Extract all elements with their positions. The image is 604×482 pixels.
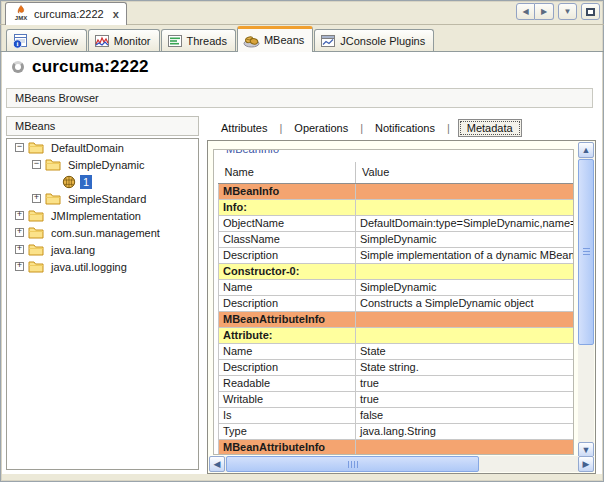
cell-value: SimpleDynamic	[356, 231, 574, 247]
tree-node-label: SimpleDynamic	[65, 158, 147, 172]
table-row[interactable]: Isfalse	[219, 407, 574, 423]
table-row[interactable]: Constructor-0:	[219, 263, 574, 279]
table-row[interactable]: DescriptionState string.	[219, 359, 574, 375]
tree-node-com-sun-management[interactable]: +com.sun.management	[7, 224, 198, 241]
tab-label: MBeans	[264, 34, 304, 46]
svg-text:i: i	[17, 40, 19, 48]
tab-jconsole-plugins[interactable]: JConsole Plugins	[314, 29, 434, 51]
tab-threads[interactable]: Threads	[161, 29, 236, 51]
cell-name: Readable	[219, 375, 356, 391]
table-row[interactable]: MBeanAttributeInfo	[219, 439, 574, 455]
tree-node-java-util-logging[interactable]: +java.util.logging	[7, 258, 198, 275]
tab-overview[interactable]: iOverview	[6, 29, 87, 51]
tab-separator: |	[360, 122, 363, 134]
forward-arrow-icon: ▶	[541, 7, 547, 16]
scroll-left-icon[interactable]: ◀	[209, 456, 225, 472]
mbeans-browser-label: MBeans Browser	[6, 88, 593, 108]
tree-node-jmimplementation[interactable]: +JMImplementation	[7, 207, 198, 224]
scroll-right-icon[interactable]: ▶	[578, 456, 594, 472]
expand-toggle-icon[interactable]: +	[15, 245, 24, 254]
jconsole-window: JMX curcuma:2222 x ◀▶▼ iOverviewMonitorT…	[0, 0, 604, 482]
page-title: curcuma:2222	[32, 57, 149, 77]
column-header-value[interactable]: Value	[356, 162, 574, 183]
detail-tab-attributes[interactable]: Attributes	[217, 120, 271, 136]
thumb-grip	[583, 248, 590, 257]
cell-name: Attribute:	[219, 327, 356, 343]
expand-toggle-icon[interactable]: +	[15, 228, 24, 237]
table-row[interactable]: NameSimpleDynamic	[219, 279, 574, 295]
table-row[interactable]: Writabletrue	[219, 391, 574, 407]
tree-node-label: SimpleStandard	[65, 192, 149, 206]
connection-tab-label: curcuma:2222	[34, 8, 104, 20]
table-row[interactable]: MBeanAttributeInfo	[219, 311, 574, 327]
vertical-scrollbar[interactable]: ▲ ▼	[578, 142, 594, 458]
cell-value: true	[356, 391, 574, 407]
expand-toggle-icon[interactable]: +	[15, 262, 24, 271]
groupbox-title: MBeanInfo	[222, 149, 283, 155]
menu-dropdown-button[interactable]: ▼	[558, 3, 577, 20]
table-row[interactable]: Attribute:	[219, 327, 574, 343]
plugins-icon	[320, 33, 336, 49]
table-row[interactable]: NameState	[219, 343, 574, 359]
table-row[interactable]: Info:	[219, 199, 574, 215]
collapse-toggle-icon[interactable]: −	[15, 143, 24, 152]
detail-tab-notifications[interactable]: Notifications	[371, 120, 439, 136]
scroll-up-icon[interactable]: ▲	[578, 142, 594, 158]
table-row[interactable]: ClassNameSimpleDynamic	[219, 231, 574, 247]
expand-toggle-icon[interactable]: +	[32, 194, 41, 203]
horizontal-scroll-thumb[interactable]	[226, 456, 479, 472]
tree-node-1[interactable]: 1	[7, 173, 198, 190]
forward-arrow-button[interactable]: ▶	[535, 3, 554, 20]
mbean-icon	[62, 175, 76, 189]
close-tab-icon[interactable]: x	[113, 8, 119, 20]
expand-toggle-icon[interactable]: +	[15, 211, 24, 220]
cell-name: Writable	[219, 391, 356, 407]
table-row[interactable]: ObjectNameDefaultDomain:type=SimpleDynam…	[219, 215, 574, 231]
metadata-table: Name Value MBeanInfoInfo:ObjectNameDefau…	[218, 162, 574, 455]
mbeans-icon	[243, 32, 260, 48]
tab-mbeans[interactable]: MBeans	[237, 26, 313, 52]
column-header-name[interactable]: Name	[219, 162, 356, 183]
detail-tab-metadata[interactable]: Metadata	[458, 119, 522, 137]
mbeans-tree: −DefaultDomain−SimpleDynamic1+SimpleStan…	[6, 138, 199, 470]
back-arrow-button[interactable]: ◀	[516, 3, 535, 20]
table-row[interactable]: MBeanInfo	[219, 183, 574, 199]
tab-monitor[interactable]: Monitor	[88, 29, 160, 51]
detail-tab-bar: Attributes|Operations|Notifications|Meta…	[207, 116, 596, 139]
cell-value	[356, 263, 574, 279]
table-row[interactable]: Readabletrue	[219, 375, 574, 391]
tree-node-simpledynamic[interactable]: −SimpleDynamic	[7, 156, 198, 173]
window-controls: ◀▶▼	[516, 3, 600, 20]
cell-name: Constructor-0:	[219, 263, 356, 279]
thumb-grip	[348, 461, 359, 468]
tab-label: Threads	[187, 35, 227, 47]
monitor-icon	[94, 33, 110, 49]
back-arrow-icon: ◀	[522, 7, 528, 16]
cell-value	[356, 327, 574, 343]
connection-status-spinner-icon	[12, 61, 24, 73]
cell-name: Name	[219, 279, 356, 295]
folder-icon	[28, 243, 44, 256]
tree-node-label: JMImplementation	[48, 209, 144, 223]
collapse-toggle-icon[interactable]: −	[32, 160, 41, 169]
tree-node-label: java.lang	[48, 243, 98, 257]
table-row[interactable]: DescriptionSimple implementation of a dy…	[219, 247, 574, 263]
detail-tab-operations[interactable]: Operations	[290, 120, 352, 136]
leaf-spacer	[49, 177, 58, 186]
tree-node-java-lang[interactable]: +java.lang	[7, 241, 198, 258]
connection-tab[interactable]: JMX curcuma:2222 x	[5, 2, 127, 25]
vertical-scroll-thumb[interactable]	[578, 159, 594, 345]
cell-name: Info:	[219, 199, 356, 215]
tree-node-defaultdomain[interactable]: −DefaultDomain	[7, 139, 198, 156]
tree-node-simplestandard[interactable]: +SimpleStandard	[7, 190, 198, 207]
maximize-button[interactable]	[581, 3, 600, 20]
cell-name: MBeanAttributeInfo	[219, 311, 356, 327]
overview-icon: i	[12, 33, 28, 49]
table-row[interactable]: Typejava.lang.String	[219, 423, 574, 439]
table-row[interactable]: DescriptionConstructs a SimpleDynamic ob…	[219, 295, 574, 311]
mbeaninfo-groupbox: MBeanInfo Name Value MBeanInfoInfo:Objec…	[213, 149, 574, 455]
tab-separator: |	[279, 122, 282, 134]
cell-name: ClassName	[219, 231, 356, 247]
threads-icon	[167, 33, 183, 49]
horizontal-scrollbar[interactable]: ◀ ▶	[209, 456, 594, 472]
